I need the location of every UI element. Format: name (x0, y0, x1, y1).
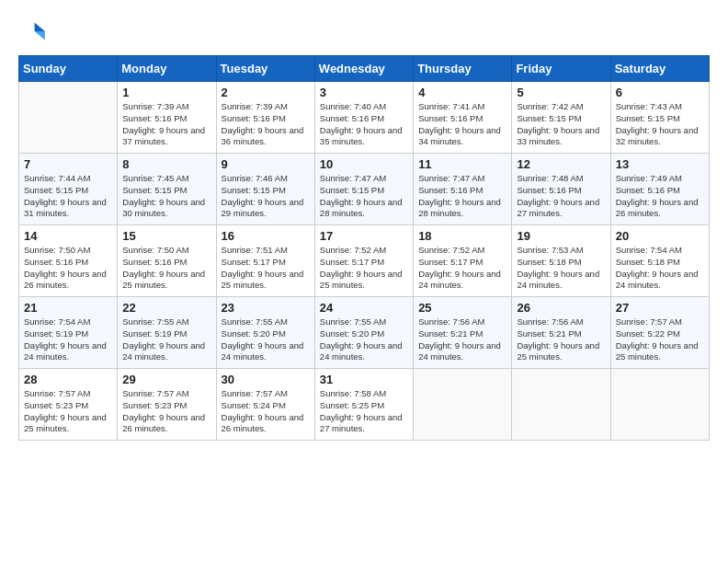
week-row-3: 14Sunrise: 7:50 AMSunset: 5:16 PMDayligh… (19, 225, 710, 297)
day-number: 11 (418, 157, 506, 171)
day-info: Sunrise: 7:39 AMSunset: 5:16 PMDaylight:… (122, 101, 210, 148)
day-info: Sunrise: 7:54 AMSunset: 5:18 PMDaylight:… (616, 245, 704, 292)
day-number: 2 (222, 86, 310, 99)
day-number: 12 (517, 157, 605, 171)
day-info: Sunrise: 7:51 AMSunset: 5:17 PMDaylight:… (222, 245, 310, 292)
week-row-4: 21Sunrise: 7:54 AMSunset: 5:19 PMDayligh… (19, 297, 710, 369)
day-info: Sunrise: 7:47 AMSunset: 5:15 PMDaylight:… (320, 173, 408, 220)
logo-icon (18, 17, 48, 46)
week-row-5: 28Sunrise: 7:57 AMSunset: 5:23 PMDayligh… (19, 369, 710, 441)
header-saturday: Saturday (610, 56, 709, 82)
day-number: 7 (24, 157, 112, 171)
day-number: 5 (517, 86, 605, 99)
day-info: Sunrise: 7:55 AMSunset: 5:19 PMDaylight:… (122, 316, 210, 363)
day-info: Sunrise: 7:44 AMSunset: 5:15 PMDaylight:… (24, 173, 112, 220)
day-info: Sunrise: 7:56 AMSunset: 5:21 PMDaylight:… (418, 316, 506, 363)
cal-cell (610, 369, 709, 441)
day-info: Sunrise: 7:45 AMSunset: 5:15 PMDaylight:… (122, 173, 210, 220)
day-info: Sunrise: 7:41 AMSunset: 5:16 PMDaylight:… (418, 101, 506, 148)
cal-cell: 25Sunrise: 7:56 AMSunset: 5:21 PMDayligh… (414, 297, 512, 369)
page: SundayMondayTuesdayWednesdayThursdayFrid… (0, 0, 728, 563)
day-number: 18 (418, 229, 506, 243)
cal-cell: 23Sunrise: 7:55 AMSunset: 5:20 PMDayligh… (216, 297, 314, 369)
cal-cell: 20Sunrise: 7:54 AMSunset: 5:18 PMDayligh… (610, 225, 709, 297)
cal-cell: 7Sunrise: 7:44 AMSunset: 5:15 PMDaylight… (19, 154, 118, 225)
day-info: Sunrise: 7:56 AMSunset: 5:21 PMDaylight:… (517, 316, 605, 363)
cal-cell: 26Sunrise: 7:56 AMSunset: 5:21 PMDayligh… (512, 297, 610, 369)
day-info: Sunrise: 7:50 AMSunset: 5:16 PMDaylight:… (24, 245, 112, 292)
cal-cell: 28Sunrise: 7:57 AMSunset: 5:23 PMDayligh… (19, 369, 118, 441)
logo (18, 17, 51, 46)
day-info: Sunrise: 7:43 AMSunset: 5:15 PMDaylight:… (616, 101, 704, 148)
cal-cell: 14Sunrise: 7:50 AMSunset: 5:16 PMDayligh… (19, 225, 118, 297)
cal-cell (414, 369, 512, 441)
day-info: Sunrise: 7:50 AMSunset: 5:16 PMDaylight:… (122, 245, 210, 292)
day-info: Sunrise: 7:39 AMSunset: 5:16 PMDaylight:… (222, 101, 310, 148)
day-info: Sunrise: 7:57 AMSunset: 5:23 PMDaylight:… (122, 388, 210, 435)
day-number: 1 (122, 86, 210, 99)
day-info: Sunrise: 7:57 AMSunset: 5:23 PMDaylight:… (24, 388, 112, 435)
cal-cell: 13Sunrise: 7:49 AMSunset: 5:16 PMDayligh… (610, 154, 709, 225)
cal-cell: 16Sunrise: 7:51 AMSunset: 5:17 PMDayligh… (216, 225, 314, 297)
day-info: Sunrise: 7:58 AMSunset: 5:25 PMDaylight:… (320, 388, 408, 435)
header (18, 17, 710, 46)
cal-cell: 9Sunrise: 7:46 AMSunset: 5:15 PMDaylight… (216, 154, 314, 225)
day-number: 28 (24, 373, 112, 386)
week-row-2: 7Sunrise: 7:44 AMSunset: 5:15 PMDaylight… (19, 154, 710, 225)
day-number: 30 (222, 373, 310, 386)
day-number: 15 (122, 229, 210, 243)
day-info: Sunrise: 7:48 AMSunset: 5:16 PMDaylight:… (517, 173, 605, 220)
svg-marker-0 (35, 22, 45, 31)
day-info: Sunrise: 7:49 AMSunset: 5:16 PMDaylight:… (616, 173, 704, 220)
day-info: Sunrise: 7:47 AMSunset: 5:16 PMDaylight:… (418, 173, 506, 220)
cal-cell: 3Sunrise: 7:40 AMSunset: 5:16 PMDaylight… (314, 82, 413, 154)
calendar-table: SundayMondayTuesdayWednesdayThursdayFrid… (18, 55, 710, 441)
day-number: 17 (320, 229, 408, 243)
day-info: Sunrise: 7:54 AMSunset: 5:19 PMDaylight:… (24, 316, 112, 363)
header-sunday: Sunday (19, 56, 118, 82)
day-info: Sunrise: 7:46 AMSunset: 5:15 PMDaylight:… (222, 173, 310, 220)
day-number: 25 (418, 301, 506, 315)
day-number: 29 (122, 373, 210, 386)
day-number: 4 (418, 86, 506, 99)
day-number: 26 (517, 301, 605, 315)
cal-cell: 19Sunrise: 7:53 AMSunset: 5:18 PMDayligh… (512, 225, 610, 297)
day-info: Sunrise: 7:55 AMSunset: 5:20 PMDaylight:… (222, 316, 310, 363)
header-friday: Friday (512, 56, 610, 82)
day-number: 27 (616, 301, 704, 315)
cal-cell: 29Sunrise: 7:57 AMSunset: 5:23 PMDayligh… (118, 369, 216, 441)
day-number: 14 (24, 229, 112, 243)
cal-cell: 1Sunrise: 7:39 AMSunset: 5:16 PMDaylight… (118, 82, 216, 154)
cal-cell: 24Sunrise: 7:55 AMSunset: 5:20 PMDayligh… (314, 297, 413, 369)
cal-cell: 31Sunrise: 7:58 AMSunset: 5:25 PMDayligh… (314, 369, 413, 441)
cal-cell: 5Sunrise: 7:42 AMSunset: 5:15 PMDaylight… (512, 82, 610, 154)
cal-cell: 12Sunrise: 7:48 AMSunset: 5:16 PMDayligh… (512, 154, 610, 225)
cal-cell: 22Sunrise: 7:55 AMSunset: 5:19 PMDayligh… (118, 297, 216, 369)
header-monday: Monday (118, 56, 216, 82)
day-number: 22 (122, 301, 210, 315)
cal-cell: 30Sunrise: 7:57 AMSunset: 5:24 PMDayligh… (216, 369, 314, 441)
cal-cell: 18Sunrise: 7:52 AMSunset: 5:17 PMDayligh… (414, 225, 512, 297)
cal-cell (512, 369, 610, 441)
header-thursday: Thursday (414, 56, 512, 82)
cal-cell: 21Sunrise: 7:54 AMSunset: 5:19 PMDayligh… (19, 297, 118, 369)
day-number: 10 (320, 157, 408, 171)
day-number: 31 (320, 373, 408, 386)
day-number: 13 (616, 157, 704, 171)
day-info: Sunrise: 7:55 AMSunset: 5:20 PMDaylight:… (320, 316, 408, 363)
day-number: 23 (222, 301, 310, 315)
day-number: 3 (320, 86, 408, 99)
day-info: Sunrise: 7:52 AMSunset: 5:17 PMDaylight:… (320, 245, 408, 292)
cal-cell: 15Sunrise: 7:50 AMSunset: 5:16 PMDayligh… (118, 225, 216, 297)
cal-cell: 27Sunrise: 7:57 AMSunset: 5:22 PMDayligh… (610, 297, 709, 369)
cal-cell: 11Sunrise: 7:47 AMSunset: 5:16 PMDayligh… (414, 154, 512, 225)
day-info: Sunrise: 7:52 AMSunset: 5:17 PMDaylight:… (418, 245, 506, 292)
day-number: 21 (24, 301, 112, 315)
day-number: 20 (616, 229, 704, 243)
cal-cell: 2Sunrise: 7:39 AMSunset: 5:16 PMDaylight… (216, 82, 314, 154)
day-info: Sunrise: 7:53 AMSunset: 5:18 PMDaylight:… (517, 245, 605, 292)
cal-cell: 17Sunrise: 7:52 AMSunset: 5:17 PMDayligh… (314, 225, 413, 297)
cal-cell: 8Sunrise: 7:45 AMSunset: 5:15 PMDaylight… (118, 154, 216, 225)
day-info: Sunrise: 7:57 AMSunset: 5:22 PMDaylight:… (616, 316, 704, 363)
cal-cell: 6Sunrise: 7:43 AMSunset: 5:15 PMDaylight… (610, 82, 709, 154)
